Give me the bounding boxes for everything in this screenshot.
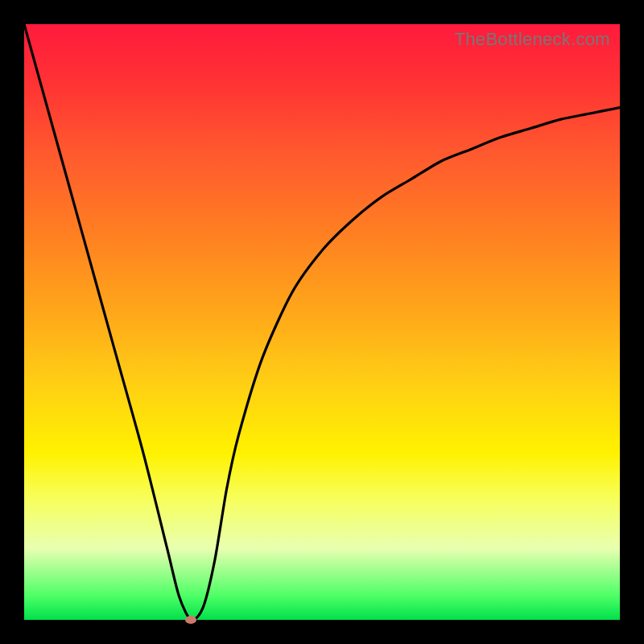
watermark-label: TheBottleneck.com [455,29,610,50]
optimum-marker [185,616,196,624]
chart-outer-frame: TheBottleneck.com [0,0,644,644]
plot-area: TheBottleneck.com [24,24,620,620]
bottleneck-curve [24,24,620,620]
